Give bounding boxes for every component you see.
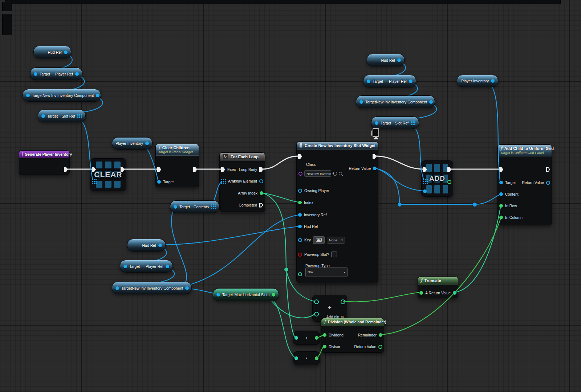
output-pin[interactable]	[185, 286, 189, 290]
array-in-pin[interactable]	[92, 179, 93, 180]
a-pin[interactable]	[419, 291, 423, 295]
in-pin[interactable]	[294, 336, 298, 340]
target-pin[interactable]	[34, 72, 37, 76]
dividend-pin[interactable]	[323, 333, 326, 337]
node-create-inventory-slot-widget[interactable]: Create New Inv Inventory Slot Widget Cla…	[296, 142, 378, 283]
divisor-pin[interactable]	[323, 345, 326, 348]
powerup-type-dropdown[interactable]: N/A▾	[305, 268, 348, 277]
exec-out-pin[interactable]	[447, 167, 451, 172]
output-pin[interactable]	[64, 50, 68, 54]
remainder-pin[interactable]	[379, 333, 382, 337]
owning-player-pin[interactable]	[298, 189, 302, 193]
in-row-pin[interactable]	[499, 204, 503, 208]
output-pin[interactable]	[166, 265, 169, 268]
node-add-child-to-uniform-grid[interactable]: ƒAdd Child to Uniform Grid Target is Uni…	[497, 144, 552, 225]
index-out-pin[interactable]	[447, 180, 451, 184]
array-output-pin[interactable]	[77, 114, 78, 115]
key-dropdown[interactable]: None▾	[327, 237, 345, 244]
powerup-slot-checkbox[interactable]	[331, 252, 337, 257]
node-clear-children[interactable]: ƒClear Children Target is Panel Widget T…	[155, 144, 199, 187]
node-array-clear[interactable]: CLEAR	[90, 158, 126, 191]
array-in-pin[interactable]	[423, 179, 424, 180]
node-get-slot-ref[interactable]: Target Slot Ref	[371, 117, 419, 129]
node-for-each-loop[interactable]: ↻For Each Loop Exec Array Loop Body Arra…	[219, 152, 265, 212]
output-pin[interactable]	[491, 79, 495, 83]
array-output-pin[interactable]	[211, 204, 212, 205]
node-int-to-float[interactable]	[293, 351, 320, 365]
loop-body-pin[interactable]	[259, 167, 263, 172]
out-pin[interactable]	[315, 356, 318, 360]
target-pin[interactable]	[359, 100, 363, 104]
return-value-pin[interactable]	[378, 345, 382, 349]
out-pin[interactable]	[315, 336, 318, 340]
node-get-hud-ref[interactable]: Hud Ref	[127, 239, 166, 252]
array-output-pin[interactable]	[411, 121, 412, 122]
node-array-add[interactable]: ADD	[421, 160, 453, 197]
target-pin[interactable]	[367, 79, 370, 83]
output-pin[interactable]	[96, 94, 99, 97]
reset-icon[interactable]	[333, 172, 337, 176]
output-pin[interactable]	[429, 100, 433, 104]
output-pin[interactable]	[145, 142, 149, 145]
divisor-pin[interactable]	[314, 312, 319, 317]
index-pin[interactable]	[298, 201, 302, 204]
node-get-hud-ref[interactable]: Hud Ref	[367, 54, 405, 66]
reroute-node[interactable]	[284, 268, 288, 271]
key-pin[interactable]	[298, 238, 302, 242]
node-get-player-ref[interactable]: Target Player Ref	[120, 260, 173, 273]
node-divide[interactable]: ÷ Add pin⊕	[312, 295, 347, 322]
exec-out-pin[interactable]	[193, 167, 197, 172]
search-icon[interactable]	[339, 172, 342, 175]
reroute-node[interactable]	[398, 203, 402, 207]
exec-out-pin[interactable]	[121, 167, 125, 172]
node-event-generate-player-inventory[interactable]: Generate Player Inventory	[19, 150, 70, 175]
exec-in-pin[interactable]	[157, 167, 161, 172]
exec-out-pin[interactable]	[546, 167, 550, 172]
exec-out-pin[interactable]	[373, 154, 377, 159]
node-get-max-horizontal-slots[interactable]: Target Max Horizontal Slots	[213, 288, 279, 301]
output-pin[interactable]	[272, 293, 275, 297]
target-pin[interactable]	[174, 205, 177, 209]
node-division-whole-remainder[interactable]: ƒDivision (Whole and Remainder) Dividend…	[321, 318, 384, 353]
target-pin[interactable]	[216, 293, 220, 297]
powerup-slot-pin[interactable]	[298, 253, 302, 257]
target-pin[interactable]	[115, 286, 119, 290]
node-get-hud-ref[interactable]: Hud Ref	[33, 46, 71, 58]
output-pin[interactable]	[158, 244, 162, 247]
target-pin[interactable]	[123, 265, 127, 268]
array-element-pin[interactable]	[259, 179, 263, 183]
keyboard-icon[interactable]	[313, 236, 325, 244]
node-get-contents[interactable]: Target Contents	[170, 200, 219, 213]
node-int-to-float[interactable]	[293, 331, 320, 345]
target-pin[interactable]	[41, 114, 45, 118]
item-in-pin[interactable]	[423, 189, 427, 193]
dividend-pin[interactable]	[314, 299, 319, 304]
hud-ref-pin[interactable]	[298, 225, 302, 228]
return-value-pin[interactable]	[373, 167, 377, 170]
target-pin[interactable]	[157, 180, 161, 184]
exec-in-pin[interactable]	[499, 167, 503, 172]
exec-out-pin[interactable]	[64, 167, 68, 172]
exec-in-pin[interactable]	[423, 167, 427, 172]
result-pin[interactable]	[341, 299, 345, 304]
node-get-player-ref[interactable]: Target Player Ref	[30, 68, 82, 80]
blueprint-graph-canvas[interactable]: { "colors":{ "wire_exec":"#e9e9e9","wire…	[0, 0, 581, 392]
node-get-player-inventory[interactable]: Player Inventory	[457, 75, 498, 87]
target-pin[interactable]	[499, 181, 503, 184]
exec-in-pin[interactable]	[92, 167, 96, 172]
node-get-slot-ref[interactable]: Target Slot Ref	[38, 110, 86, 122]
exec-in-pin[interactable]	[221, 167, 225, 172]
output-pin[interactable]	[75, 72, 79, 76]
completed-pin[interactable]	[259, 203, 263, 208]
in-column-pin[interactable]	[499, 216, 503, 219]
inventory-ref-pin[interactable]	[298, 213, 302, 217]
array-in-pin[interactable]	[221, 179, 222, 180]
node-get-inventory-component[interactable]: Target New Inv Inventory Component	[356, 95, 435, 108]
node-get-inventory-component[interactable]: Target New Inv Inventory Component	[112, 282, 192, 294]
return-value-pin[interactable]	[546, 181, 550, 185]
return-value-pin[interactable]	[453, 291, 456, 295]
node-get-player-ref[interactable]: Target Player Ref	[363, 75, 416, 87]
powerup-type-pin[interactable]	[298, 272, 302, 276]
class-dropdown[interactable]: New Inv Inventc▾	[304, 170, 331, 177]
target-pin[interactable]	[26, 94, 30, 97]
